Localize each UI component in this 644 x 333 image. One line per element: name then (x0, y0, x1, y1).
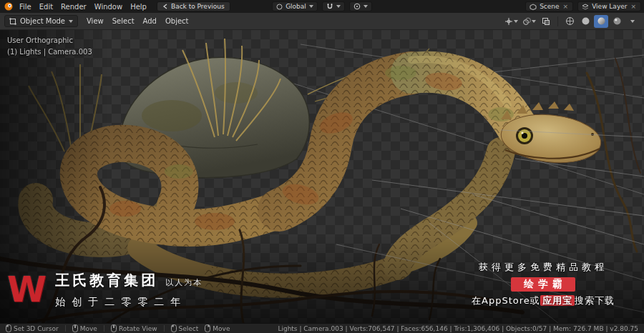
proportional-circle-icon (353, 3, 361, 10)
statusbar: Set 3D Cursor Move Rotate View Select Mo… (0, 323, 644, 333)
menu-file[interactable]: File (16, 2, 35, 11)
brand-badge: 绘学霸 (511, 277, 575, 292)
menu-add[interactable]: Add (140, 16, 160, 26)
appstore-badge: 应用宝 (540, 295, 575, 306)
menu-view[interactable]: View (83, 16, 107, 26)
viewport-canvas[interactable]: User Orthographic (1) Lights | Camera.00… (0, 30, 644, 323)
shading-wireframe-button[interactable] (562, 15, 577, 28)
scene-unlink-button[interactable]: × (562, 3, 570, 10)
object-mode-icon (9, 18, 16, 25)
view-layer-icon (582, 4, 589, 10)
promo-line1: 获得更多免费精品教程 (449, 261, 637, 274)
menu-window[interactable]: Window (91, 2, 126, 11)
shading-options-dropdown[interactable] (625, 15, 640, 28)
mouse-right-icon (205, 324, 210, 332)
scene-stats: Lights | Camera.003 | Verts:706,547 | Fa… (278, 325, 638, 332)
mouse-left-icon (171, 324, 177, 332)
shading-rendered-button[interactable] (610, 15, 624, 28)
snapping-dropdown[interactable] (322, 1, 345, 11)
menu-edit[interactable]: Edit (36, 2, 57, 11)
view-name: User Orthographic (7, 35, 92, 46)
menu-object[interactable]: Object (162, 16, 192, 26)
company-slogan: 以人为本 (165, 277, 203, 288)
topbar: File Edit Render Window Help Back to Pre… (0, 0, 644, 13)
hint-move-2: Move (205, 324, 230, 332)
watermark-left: W 王氏教育集团 以人为本 始创于二零零二年 (7, 271, 203, 309)
shading-solid-button[interactable] (578, 15, 592, 28)
scene-icon (530, 4, 537, 10)
promo-line2: 在AppStore或应用宝搜索下载 (449, 294, 637, 307)
mode-dropdown[interactable]: Object Mode (4, 15, 78, 27)
back-arrow-icon (162, 4, 168, 9)
company-name: 王氏教育集团 (55, 271, 158, 290)
hint-select: Select (171, 324, 199, 332)
blender-logo-icon[interactable] (3, 2, 14, 11)
overlays-toggle-button[interactable] (521, 15, 537, 28)
scene-selector[interactable]: Scene × (525, 1, 573, 11)
hint-set-3d-cursor: Set 3D Cursor (6, 324, 59, 332)
menu-help[interactable]: Help (127, 2, 150, 11)
blender-window: File Edit Render Window Help Back to Pre… (0, 0, 644, 333)
viewport-overlay-text: User Orthographic (1) Lights | Camera.00… (7, 35, 92, 57)
back-to-previous-button[interactable]: Back to Previous (157, 1, 230, 11)
mouse-left-icon (6, 324, 11, 332)
hint-move: Move (72, 324, 97, 332)
company-founded: 始创于二零零二年 (55, 296, 203, 309)
xray-toggle-button[interactable] (539, 15, 553, 28)
proportional-editing-dropdown[interactable] (349, 1, 372, 11)
orientation-icon (276, 4, 283, 10)
view-layer-unlink-button[interactable]: × (630, 3, 637, 10)
watermark-right: 获得更多免费精品教程 绘学霸 在AppStore或应用宝搜索下载 (449, 261, 637, 307)
hint-rotate-view: Rotate View (111, 324, 157, 332)
viewport-header: Object Mode View Select Add Object (0, 13, 644, 30)
mouse-middle-icon (111, 324, 117, 332)
transform-orientation-dropdown[interactable]: Global (272, 1, 318, 11)
menu-select[interactable]: Select (109, 16, 138, 26)
magnet-icon (326, 3, 333, 10)
shading-material-button[interactable] (594, 15, 608, 28)
menu-render[interactable]: Render (57, 2, 90, 11)
mouse-middle-icon (72, 324, 78, 332)
active-object-label: (1) Lights | Camera.003 (7, 46, 92, 58)
company-logo: W (7, 274, 47, 305)
gizmo-toggle-button[interactable] (503, 15, 519, 28)
view-layer-selector[interactable]: View Layer × (577, 1, 641, 11)
